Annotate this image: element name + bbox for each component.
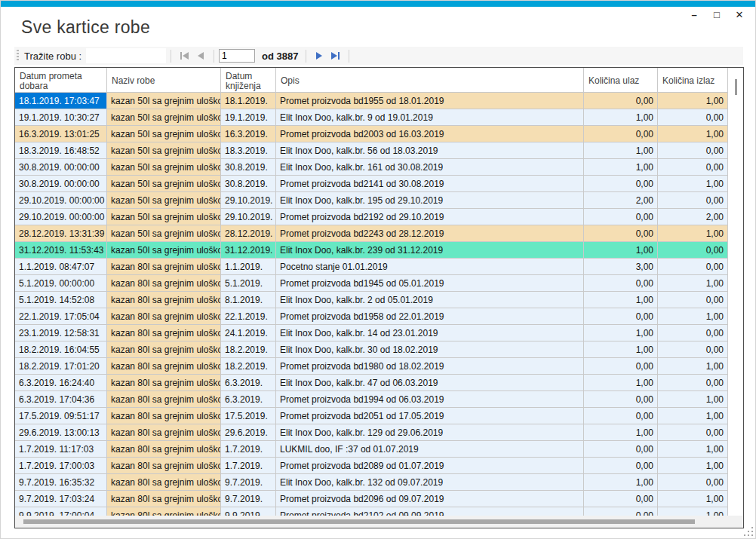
cell-datum-knjizenja[interactable]: 16.3.2019.: [221, 126, 276, 142]
cell-datum-knjizenja[interactable]: 6.3.2019.: [221, 391, 276, 408]
cell-datum-knjizenja[interactable]: 18.1.2019.: [221, 93, 276, 109]
cell-datum-knjizenja[interactable]: 18.2.2019.: [221, 341, 276, 358]
table-row[interactable]: 1.7.2019. 17:00:03kazan 80l sa grejnim u…: [15, 458, 728, 474]
cell-datum-prometa-dobara[interactable]: 30.8.2019. 00:00:00: [15, 159, 107, 176]
cell-kolicina-ulaz[interactable]: 0,00: [584, 275, 658, 292]
cell-opis[interactable]: Elit Inox Doo, kalk.br. 9 od 19.01.2019: [276, 109, 584, 126]
column-header-datum-knjizenja[interactable]: Datum knjiženja: [221, 68, 276, 93]
cell-datum-knjizenja[interactable]: 29.10.2019.: [221, 192, 276, 209]
column-header-datum-prometa-dobara[interactable]: Datum prometa dobara: [15, 68, 107, 93]
cell-kolicina-izlaz[interactable]: 0,00: [658, 242, 728, 259]
cell-datum-knjizenja[interactable]: 1.7.2019.: [221, 458, 276, 474]
cell-kolicina-izlaz[interactable]: 1,00: [658, 441, 728, 458]
cell-datum-prometa-dobara[interactable]: 16.3.2019. 13:01:25: [15, 126, 107, 142]
cell-kolicina-izlaz[interactable]: 0,00: [658, 424, 728, 441]
cell-datum-prometa-dobara[interactable]: 30.8.2019. 00:00:00: [15, 176, 107, 192]
cell-kolicina-izlaz[interactable]: 0,00: [658, 325, 728, 341]
column-header-kolicina-ulaz[interactable]: Količina ulaz: [584, 68, 658, 93]
cell-kolicina-ulaz[interactable]: 1,00: [584, 109, 658, 126]
cell-datum-prometa-dobara[interactable]: 18.1.2019. 17:03:47: [15, 93, 107, 109]
cell-naziv-robe[interactable]: kazan 50l sa grejnim uloško...: [107, 192, 221, 209]
column-header-opis[interactable]: Opis: [276, 68, 584, 93]
cell-kolicina-izlaz[interactable]: 0,00: [658, 292, 728, 308]
cell-datum-knjizenja[interactable]: 31.12.2019.: [221, 242, 276, 259]
cell-naziv-robe[interactable]: kazan 50l sa grejnim uloško...: [107, 109, 221, 126]
cell-opis[interactable]: Elit Inox Doo, kalk.br. 56 od 18.03.2019: [276, 142, 584, 159]
table-row[interactable]: 18.1.2019. 17:03:47kazan 50l sa grejnim …: [15, 93, 728, 109]
cell-kolicina-ulaz[interactable]: 0,00: [584, 93, 658, 109]
cell-kolicina-ulaz[interactable]: 0,00: [584, 441, 658, 458]
cell-kolicina-ulaz[interactable]: 1,00: [584, 292, 658, 308]
cell-opis[interactable]: Promet proizvoda bd2102 od 09.09.2019: [276, 507, 584, 516]
cell-datum-prometa-dobara[interactable]: 29.10.2019. 00:00:00: [15, 192, 107, 209]
cell-kolicina-ulaz[interactable]: 1,00: [584, 242, 658, 259]
cell-kolicina-ulaz[interactable]: 1,00: [584, 142, 658, 159]
cell-kolicina-ulaz[interactable]: 0,00: [584, 408, 658, 424]
cell-opis[interactable]: Elit Inox Doo, kalk.br. 47 od 06.03.2019: [276, 375, 584, 391]
table-row[interactable]: 5.1.2019. 14:52:08kazan 80l sa grejnim u…: [15, 292, 728, 308]
cell-kolicina-ulaz[interactable]: 0,00: [584, 358, 658, 375]
cell-kolicina-izlaz[interactable]: 0,00: [658, 109, 728, 126]
cell-kolicina-ulaz[interactable]: 3,00: [584, 259, 658, 275]
cell-datum-prometa-dobara[interactable]: 6.3.2019. 17:04:36: [15, 391, 107, 408]
cell-datum-prometa-dobara[interactable]: 6.3.2019. 16:24:40: [15, 375, 107, 391]
cell-kolicina-ulaz[interactable]: 0,00: [584, 507, 658, 516]
cell-kolicina-izlaz[interactable]: 0,00: [658, 474, 728, 491]
table-row[interactable]: 29.10.2019. 00:00:00kazan 50l sa grejnim…: [15, 192, 728, 209]
cell-naziv-robe[interactable]: kazan 50l sa grejnim uloško...: [107, 209, 221, 225]
cell-kolicina-izlaz[interactable]: 0,00: [658, 142, 728, 159]
cell-kolicina-izlaz[interactable]: 0,00: [658, 159, 728, 176]
table-row[interactable]: 1.7.2019. 11:17:03kazan 80l sa grejnim u…: [15, 441, 728, 458]
cell-kolicina-ulaz[interactable]: 1,00: [584, 159, 658, 176]
toolbar-grip-icon[interactable]: [17, 50, 19, 62]
previous-page-button[interactable]: [192, 48, 209, 63]
cell-naziv-robe[interactable]: kazan 80l sa grejnim uloško...: [107, 292, 221, 308]
cell-kolicina-izlaz[interactable]: 1,00: [658, 408, 728, 424]
maximize-button[interactable]: □: [705, 7, 728, 22]
cell-kolicina-ulaz[interactable]: 0,00: [584, 126, 658, 142]
cell-naziv-robe[interactable]: kazan 80l sa grejnim uloško...: [107, 275, 221, 292]
cell-opis[interactable]: Elit Inox Doo, kalk.br. 195 od 29.10.201…: [276, 192, 584, 209]
window-resize-grip-icon[interactable]: [744, 527, 753, 536]
cell-opis[interactable]: Promet proizvoda bd2089 od 01.07.2019: [276, 458, 584, 474]
cell-datum-knjizenja[interactable]: 28.12.2019.: [221, 225, 276, 242]
cell-kolicina-ulaz[interactable]: 1,00: [584, 424, 658, 441]
cell-datum-prometa-dobara[interactable]: 17.5.2019. 09:51:17: [15, 408, 107, 424]
cell-naziv-robe[interactable]: kazan 50l sa grejnim uloško...: [107, 126, 221, 142]
table-row[interactable]: 19.1.2019. 10:30:27kazan 50l sa grejnim …: [15, 109, 728, 126]
cell-datum-knjizenja[interactable]: 1.7.2019.: [221, 441, 276, 458]
cell-datum-prometa-dobara[interactable]: 1.7.2019. 17:00:03: [15, 458, 107, 474]
cell-kolicina-ulaz[interactable]: 0,00: [584, 491, 658, 507]
cell-datum-prometa-dobara[interactable]: 19.1.2019. 10:30:27: [15, 109, 107, 126]
cell-naziv-robe[interactable]: kazan 80l sa grejnim uloško...: [107, 491, 221, 507]
cell-kolicina-izlaz[interactable]: 2,00: [658, 209, 728, 225]
cell-kolicina-ulaz[interactable]: 1,00: [584, 474, 658, 491]
cell-opis[interactable]: Pocetno stanje 01.01.2019: [276, 259, 584, 275]
cell-naziv-robe[interactable]: kazan 80l sa grejnim uloško...: [107, 259, 221, 275]
cell-kolicina-izlaz[interactable]: 0,00: [658, 341, 728, 358]
cell-naziv-robe[interactable]: kazan 50l sa grejnim uloško...: [107, 176, 221, 192]
last-page-button[interactable]: [327, 48, 344, 63]
cell-datum-knjizenja[interactable]: 5.1.2019.: [221, 275, 276, 292]
cell-opis[interactable]: Promet proizvoda bd1994 od 06.03.2019: [276, 391, 584, 408]
cell-kolicina-ulaz[interactable]: 1,00: [584, 375, 658, 391]
cell-opis[interactable]: Elit Inox Doo, kalk.br. 2 od 05.01.2019: [276, 292, 584, 308]
cell-naziv-robe[interactable]: kazan 80l sa grejnim uloško...: [107, 408, 221, 424]
table-row[interactable]: 30.8.2019. 00:00:00kazan 50l sa grejnim …: [15, 159, 728, 176]
cell-opis[interactable]: Promet proizvoda bd1945 od 05.01.2019: [276, 275, 584, 292]
table-row[interactable]: 29.6.2019. 13:00:13kazan 80l sa grejnim …: [15, 424, 728, 441]
table-row[interactable]: 5.1.2019. 00:00:00kazan 80l sa grejnim u…: [15, 275, 728, 292]
cell-kolicina-ulaz[interactable]: 2,00: [584, 192, 658, 209]
cell-datum-knjizenja[interactable]: 9.7.2019.: [221, 491, 276, 507]
cell-datum-prometa-dobara[interactable]: 1.1.2019. 08:47:07: [15, 259, 107, 275]
table-row[interactable]: 28.12.2019. 13:31:39kazan 50l sa grejnim…: [15, 225, 728, 242]
cell-kolicina-ulaz[interactable]: 0,00: [584, 391, 658, 408]
cell-datum-prometa-dobara[interactable]: 9.9.2019. 17:00:04: [15, 507, 107, 516]
table-row[interactable]: 9.7.2019. 17:03:24kazan 80l sa grejnim u…: [15, 491, 728, 507]
table-row[interactable]: 1.1.2019. 08:47:07kazan 80l sa grejnim u…: [15, 259, 728, 275]
cell-kolicina-izlaz[interactable]: 1,00: [658, 391, 728, 408]
cell-kolicina-izlaz[interactable]: 1,00: [658, 458, 728, 474]
cell-kolicina-ulaz[interactable]: 0,00: [584, 176, 658, 192]
cell-kolicina-izlaz[interactable]: 1,00: [658, 491, 728, 507]
minimize-button[interactable]: –: [683, 7, 705, 22]
